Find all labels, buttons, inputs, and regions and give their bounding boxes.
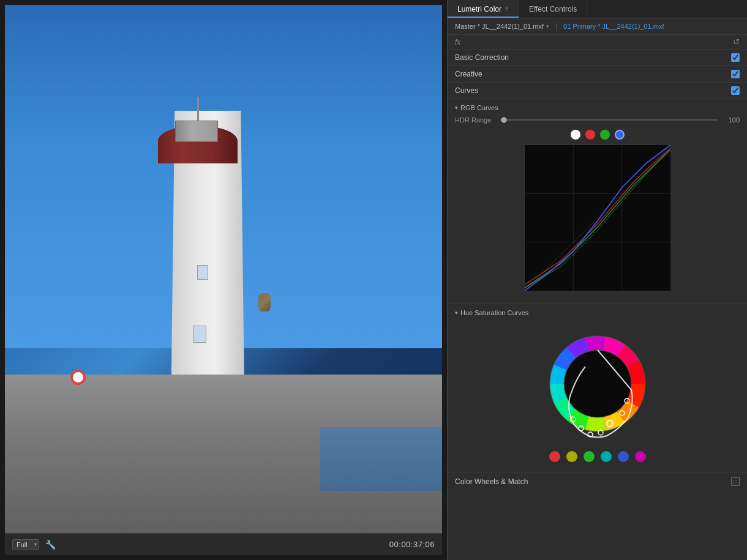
color-wheels-title: Color Wheels & Match [455,477,528,486]
curves-svg [525,145,670,291]
channel-dot-red[interactable] [585,130,595,140]
expand-icon[interactable]: □ [731,477,740,486]
rgb-curves-header[interactable]: ▾ RGB Curves [455,104,740,111]
clip-separator: | [555,22,557,31]
fx-row: fx ↺ [448,35,747,50]
master-clip-name: Master * JL__2442(1)_01.mxf [455,23,544,30]
hue-sat-arrow: ▾ [455,310,458,316]
video-controls: Full ▾ 🔧 00:00:37;06 [5,533,442,555]
hue-sat-dot-cyan[interactable] [601,451,612,462]
svg-line-4 [525,145,670,291]
lighthouse-window-1 [197,265,208,280]
lumetri-panel: Lumetri Color ≡ Effect Controls Master *… [447,0,747,560]
curves-graph[interactable] [524,144,671,291]
channel-dot-white[interactable] [571,130,580,140]
color-wheel-container [455,323,740,467]
creative-title: Creative [455,70,482,78]
hue-sat-dot-magenta[interactable] [635,451,646,462]
hue-sat-dot-orange[interactable] [566,451,577,462]
tab-effect-controls[interactable]: Effect Controls [519,0,587,18]
panel-content: Basic Correction Creative Curves ▾ RGB C… [448,50,747,560]
clip-selector: Master * JL__2442(1)_01.mxf ▾ | 01 Prima… [448,18,747,35]
hdr-range-label: HDR Range [455,116,495,124]
curves-header[interactable]: Curves [448,83,747,99]
hue-sat-dot-red[interactable] [549,451,560,462]
channel-dot-blue[interactable] [615,130,625,140]
tab-effect-controls-label: Effect Controls [529,5,577,13]
tab-bar: Lumetri Color ≡ Effect Controls [448,0,747,18]
rgb-curves-title: RGB Curves [460,104,498,111]
creative-checkbox[interactable] [731,70,740,78]
color-wheel-svg [536,323,659,445]
hue-sat-header[interactable]: ▾ Hue Saturation Curves [455,309,740,316]
hue-sat-dot-green[interactable] [584,451,595,462]
settings-wrench-icon[interactable]: 🔧 [45,540,56,550]
water [320,427,442,491]
basic-correction-checkbox[interactable] [731,53,740,62]
primary-clip-name: 01 Primary * JL__2442(1)_01.mxf [563,23,664,30]
video-panel: Full ▾ 🔧 00:00:37;06 [0,0,447,560]
timecode-display: 00:00:37;06 [389,540,435,549]
hdr-range-value: 100 [723,116,740,124]
curves-title: Curves [455,86,478,95]
fx-label: fx [455,38,460,47]
hue-sat-title: Hue Saturation Curves [460,309,528,316]
creative-header[interactable]: Creative [448,66,747,83]
hdr-range-slider[interactable] [500,119,718,121]
lighthouse-lantern [175,121,218,142]
svg-point-5 [564,350,631,417]
tab-menu-icon[interactable]: ≡ [505,6,509,12]
hdr-range-thumb [501,117,507,123]
hue-sat-section: ▾ Hue Saturation Curves [448,304,747,472]
rust-mark [258,293,271,312]
clip-dropdown-arrow[interactable]: ▾ [546,23,549,29]
quality-selector-wrapper[interactable]: Full ▾ [12,539,39,550]
lighthouse-antenna [197,97,199,121]
quality-select[interactable]: Full [12,539,39,550]
basic-correction-title: Basic Correction [455,53,509,62]
hue-sat-dot-blue[interactable] [618,451,629,462]
video-container [5,5,442,533]
curves-checkbox[interactable] [731,86,740,95]
color-wheel[interactable] [536,323,659,445]
color-wheels-section[interactable]: Color Wheels & Match □ [448,472,747,491]
fx-reset-icon[interactable]: ↺ [733,37,740,47]
hue-sat-dots [549,451,646,462]
channel-dots [455,130,740,140]
lighthouse-window-2 [193,326,206,343]
tab-lumetri-color[interactable]: Lumetri Color ≡ [448,0,519,18]
video-frame [5,5,442,533]
channel-dot-green[interactable] [600,130,610,140]
basic-correction-header[interactable]: Basic Correction [448,50,747,66]
hdr-range-row: HDR Range 100 [455,116,740,124]
tab-lumetri-label: Lumetri Color [457,5,501,13]
rgb-curves-arrow: ▾ [455,105,458,111]
rgb-curves-section: ▾ RGB Curves HDR Range 100 [448,99,747,304]
